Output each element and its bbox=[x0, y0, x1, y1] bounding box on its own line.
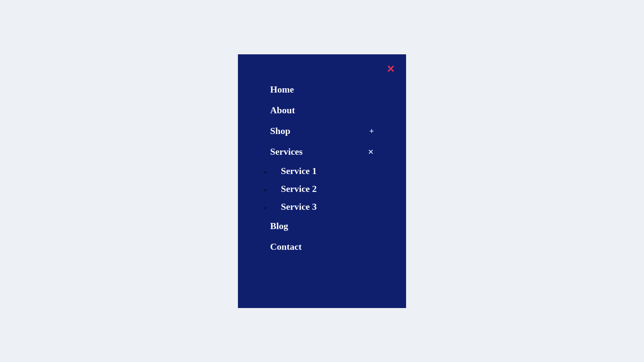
shop-expand-icon[interactable]: + bbox=[369, 127, 374, 136]
close-menu-button[interactable]: ✕ bbox=[386, 64, 395, 74]
submenu-item-service1: Service 1 bbox=[270, 162, 374, 180]
nav-blog-label[interactable]: Blog bbox=[270, 221, 288, 232]
nav-contact-label[interactable]: Contact bbox=[270, 242, 302, 252]
nav-item-shop: Shop + bbox=[270, 121, 374, 142]
nav-about-label[interactable]: About bbox=[270, 105, 295, 116]
nav-item-about: About bbox=[270, 100, 374, 121]
nav-item-blog: Blog bbox=[270, 216, 374, 237]
services-collapse-icon[interactable]: ✕ bbox=[368, 148, 374, 156]
nav-services-label[interactable]: Services bbox=[270, 147, 303, 157]
mobile-menu-overlay: ✕ Home About Shop + Services ✕ Service 1… bbox=[238, 54, 406, 308]
nav-home-label[interactable]: Home bbox=[270, 84, 294, 95]
nav-list: Home About Shop + Services ✕ Service 1 S… bbox=[270, 79, 374, 257]
nav-item-home: Home bbox=[270, 79, 374, 100]
services-submenu: Service 1 Service 2 Service 3 bbox=[270, 162, 374, 216]
service2-label[interactable]: Service 2 bbox=[281, 184, 317, 194]
submenu-item-service2: Service 2 bbox=[270, 180, 374, 198]
nav-item-services: Services ✕ bbox=[270, 142, 374, 162]
nav-item-contact: Contact bbox=[270, 237, 374, 257]
nav-shop-label[interactable]: Shop bbox=[270, 126, 290, 137]
service1-label[interactable]: Service 1 bbox=[281, 166, 317, 176]
services-submenu-list: Service 1 Service 2 Service 3 bbox=[270, 162, 374, 216]
submenu-item-service3: Service 3 bbox=[270, 198, 374, 216]
service3-label[interactable]: Service 3 bbox=[281, 202, 317, 212]
